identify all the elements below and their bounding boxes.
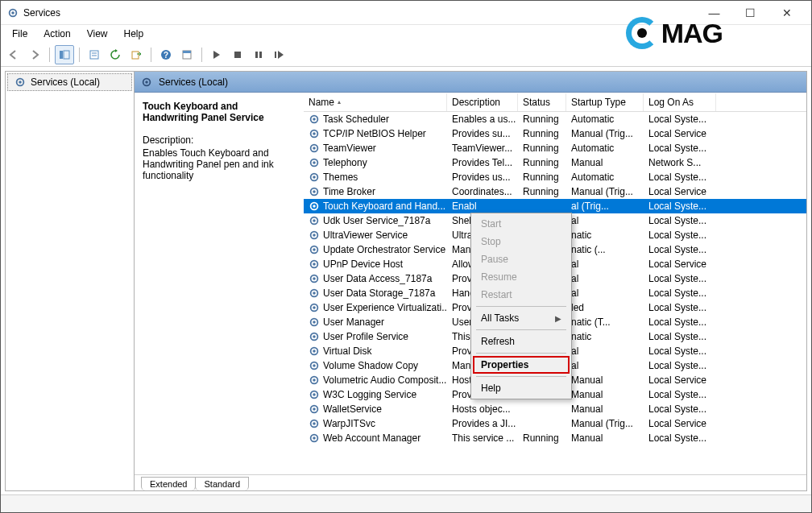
cell-name: User Data Access_7187a [323,273,432,284]
refresh-icon[interactable] [106,45,125,64]
cell-description: Provides su... [447,128,518,139]
context-menu-all-tasks[interactable]: All Tasks▶ [473,309,570,327]
context-menu-stop: Stop [473,233,570,250]
table-row[interactable]: WarpJITSvcProvides a JI...Manual (Trig..… [304,416,806,431]
properties-icon[interactable] [85,45,104,64]
cell-status: Running [518,172,566,183]
context-menu-properties[interactable]: Properties [473,356,570,374]
table-row[interactable]: WalletServiceHosts objec...ManualLocal S… [304,402,806,416]
service-icon [309,143,320,154]
detail-description-label: Description: [143,134,296,146]
detail-pane: Touch Keyboard and Handwriting Panel Ser… [135,93,304,490]
cell-logon: Local Service [644,128,716,139]
table-row[interactable]: Web Account ManagerThis service ...Runni… [304,431,806,445]
col-header-status[interactable]: Status [518,93,566,111]
help-icon[interactable]: ? [156,45,176,64]
table-row[interactable]: Time BrokerCoordinates...RunningManual (… [304,184,806,199]
service-icon [309,302,320,313]
cell-startup: natic [566,331,644,342]
cell-name: Udk User Service_7187a [323,215,430,226]
cell-startup: al [566,259,644,270]
svg-point-47 [313,306,316,309]
cell-startup: al (Trig... [566,201,644,212]
view-tabs: Extended Standard [135,474,806,490]
cell-logon: Local Syste... [644,273,716,284]
restart-service-icon[interactable] [270,45,289,64]
service-icon [309,288,320,299]
cell-startup: Manual (Trig... [566,186,644,197]
context-menu-help[interactable]: Help [473,379,570,397]
cell-description: This service ... [447,432,518,444]
col-header-logon[interactable]: Log On As [644,93,716,111]
show-toolbar-icon[interactable] [177,45,197,64]
service-icon [309,114,320,125]
forward-icon[interactable] [25,45,44,64]
back-icon[interactable] [4,45,23,64]
service-icon [309,403,320,415]
svg-rect-13 [255,52,258,58]
close-button[interactable]: ✕ [768,2,805,24]
table-row[interactable]: Task SchedulerEnables a us...RunningAuto… [304,112,806,126]
svg-point-17 [19,81,22,84]
table-row[interactable]: ThemesProvides us...RunningAutomaticLoca… [304,170,806,184]
pause-service-icon[interactable] [249,45,268,64]
cell-startup: al [566,345,644,357]
cell-startup: natic (... [566,244,644,255]
cell-logon: Local Syste... [644,288,716,299]
cell-startup: Manual [566,403,644,415]
cell-startup: led [566,302,644,313]
cell-logon: Local Syste... [644,172,716,183]
context-menu-separator [476,376,566,377]
cell-name: WarpJITSvc [323,418,375,429]
svg-point-63 [313,422,316,425]
app-icon [7,7,19,19]
tab-extended[interactable]: Extended [141,477,196,490]
brand-text: MAG [661,18,723,49]
cell-name: User Experience Virtualizati... [323,302,447,313]
table-row[interactable]: TeamViewerTeamViewer...RunningAutomaticL… [304,141,806,155]
show-tree-icon[interactable] [55,45,74,64]
menu-file[interactable]: File [4,27,35,41]
table-row[interactable]: TelephonyProvides Tel...RunningManualNet… [304,155,806,170]
body-area: Services (Local) Services (Local) Touch … [5,71,807,491]
svg-rect-4 [90,51,98,59]
col-header-name[interactable]: Name▴ [304,93,447,111]
svg-point-43 [313,277,316,280]
cell-startup: Manual [566,432,644,444]
context-menu-separator [476,329,566,330]
table-row[interactable]: TCP/IP NetBIOS HelperProvides su...Runni… [304,126,806,141]
col-header-startup[interactable]: Startup Type [566,93,644,111]
context-menu-start: Start [473,215,570,233]
svg-point-61 [313,408,316,411]
tree-item-label: Services (Local) [31,77,100,88]
tree-item-services-local[interactable]: Services (Local) [7,73,132,91]
svg-point-27 [313,161,316,164]
cell-status: Running [518,432,566,444]
stop-service-icon[interactable] [228,45,247,64]
service-icon [309,389,320,400]
col-header-description[interactable]: Description [447,93,518,111]
context-menu-refresh[interactable]: Refresh [473,333,570,350]
service-icon [309,273,320,284]
cell-description: Provides a JI... [447,418,518,429]
maximize-button[interactable]: ☐ [732,2,768,24]
menu-action[interactable]: Action [35,27,78,41]
table-row[interactable]: Touch Keyboard and Hand...Enablal (Trig.… [304,199,806,213]
tab-standard[interactable]: Standard [195,477,249,490]
cell-startup: Manual [566,157,644,168]
service-icon [309,230,320,241]
cell-logon: Network S... [644,157,716,168]
cell-logon: Local Syste... [644,360,716,371]
svg-point-57 [313,379,316,382]
cell-logon: Local Syste... [644,345,716,357]
menu-help[interactable]: Help [116,27,152,41]
export-icon[interactable] [126,45,146,64]
menu-view[interactable]: View [79,27,116,41]
service-icon [309,157,320,168]
cell-startup: natic (T... [566,316,644,328]
detail-service-name: Touch Keyboard and Handwriting Panel Ser… [143,101,296,123]
start-service-icon[interactable] [207,45,226,64]
svg-point-25 [313,147,316,150]
svg-point-33 [313,205,316,208]
service-icon [309,186,320,197]
